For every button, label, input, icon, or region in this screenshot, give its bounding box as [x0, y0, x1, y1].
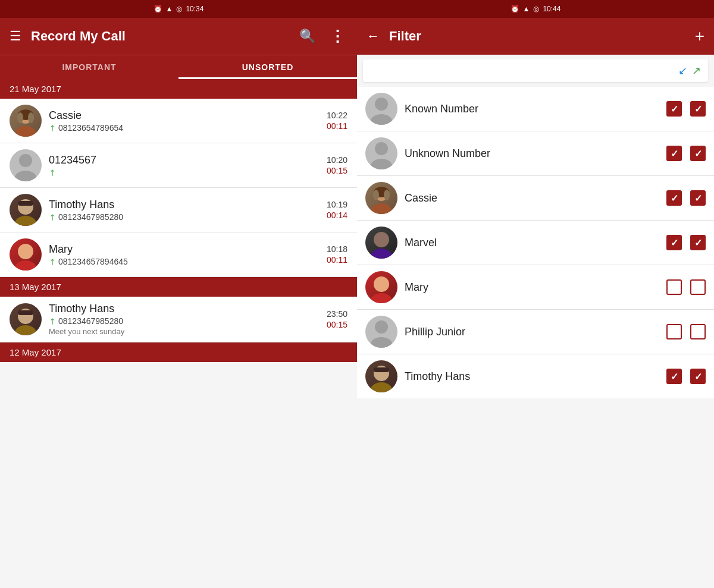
right-header: ← Filter +: [357, 18, 714, 55]
filter-name: Unknown Number: [405, 147, 659, 160]
date-header-12may: 12 May 2017: [0, 342, 357, 362]
filter-item-cassie[interactable]: Cassie: [357, 176, 714, 221]
tab-bar: IMPORTANT UNSORTED: [0, 55, 357, 79]
checkbox-incoming[interactable]: [666, 101, 682, 117]
call-item-timothy1[interactable]: Timothy Hans ↗ 08123467985280 10:19 00:1…: [0, 188, 357, 232]
call-number: 081234657894645: [58, 257, 128, 266]
svg-point-18: [371, 159, 392, 169]
call-number: 08123467985280: [58, 212, 123, 222]
checkbox-outgoing[interactable]: [690, 190, 706, 206]
right-time: 10:44: [543, 5, 560, 13]
checkbox-outgoing[interactable]: [690, 101, 706, 117]
back-icon[interactable]: ←: [367, 29, 380, 44]
checkbox-group: [666, 235, 706, 250]
checkbox-outgoing[interactable]: [690, 146, 706, 161]
call-item-cassie[interactable]: Cassie ↗ 08123654789654 10:22 00:11: [0, 99, 357, 143]
call-time: 10:20: [327, 155, 347, 165]
right-panel: ← Filter + ↙ ↗ Known Number: [357, 18, 714, 588]
svg-point-24: [374, 232, 389, 247]
sort-down-icon[interactable]: ↙: [678, 64, 687, 77]
checkbox-outgoing[interactable]: [690, 324, 706, 339]
svg-point-5: [19, 154, 32, 167]
svg-point-31: [371, 382, 392, 392]
svg-point-22: [373, 190, 379, 200]
checkbox-incoming[interactable]: [666, 146, 682, 161]
call-number-row: ↗ 081234657894645: [49, 257, 320, 266]
avatar-cassie: [10, 105, 42, 137]
filter-avatar-timothy: [365, 360, 397, 392]
call-item-mary1[interactable]: Mary ↗ 081234657894645 10:18 00:11: [0, 232, 357, 277]
checkbox-incoming[interactable]: [666, 190, 682, 206]
filter-item-unknown-number[interactable]: Unknown Number: [357, 131, 714, 176]
call-item-timothy2[interactable]: Timothy Hans ↗ 08123467985280 Meet you n…: [0, 297, 357, 342]
more-options-icon[interactable]: ⋮: [327, 25, 347, 48]
call-info-cassie: Cassie ↗ 08123654789654: [49, 109, 320, 133]
filter-item-mary[interactable]: Mary: [357, 265, 714, 310]
call-name: Cassie: [49, 109, 320, 122]
filter-name: Known Number: [405, 103, 659, 115]
sort-up-icon[interactable]: ↗: [692, 64, 701, 77]
call-time-col: 10:19 00:14: [327, 200, 347, 220]
filter-title: Filter: [389, 29, 685, 44]
checkbox-incoming[interactable]: [666, 324, 682, 339]
call-time: 10:18: [327, 244, 347, 254]
svg-point-23: [384, 190, 390, 200]
filter-item-marvel[interactable]: Marvel: [357, 221, 714, 265]
filter-item-known-number[interactable]: Known Number: [357, 87, 714, 131]
call-time: 10:19: [327, 200, 347, 209]
avatar-timothy2: [10, 303, 42, 335]
svg-point-29: [371, 337, 392, 348]
svg-rect-9: [18, 201, 33, 206]
svg-point-25: [371, 249, 392, 259]
svg-point-13: [15, 325, 36, 335]
call-time-col: 10:18 00:11: [327, 244, 347, 265]
outgoing-arrow-icon: ↗: [46, 256, 58, 268]
filter-item-phillip[interactable]: Phillip Junior: [357, 310, 714, 354]
add-filter-icon[interactable]: +: [695, 27, 704, 46]
call-list: 21 May 2017 Cassie ↗ 08123: [0, 79, 357, 588]
search-icon[interactable]: 🔍: [297, 26, 318, 46]
svg-point-27: [371, 293, 392, 303]
checkbox-outgoing[interactable]: [690, 235, 706, 250]
call-number: 08123467985280: [58, 316, 123, 326]
svg-point-6: [15, 171, 36, 181]
outgoing-arrow-icon: ↗: [46, 166, 58, 178]
hamburger-icon[interactable]: ☰: [10, 29, 21, 44]
tab-unsorted[interactable]: UNSORTED: [178, 55, 357, 79]
filter-name: Mary: [405, 281, 659, 294]
svg-point-4: [28, 112, 34, 123]
filter-name: Phillip Junior: [405, 326, 659, 338]
status-bars: ⏰ ▲ ◎ 10:34 ⏰ ▲ ◎ 10:44: [0, 0, 714, 18]
alarm-icon: ⏰: [154, 5, 162, 13]
date-header-13may: 13 May 2017: [0, 277, 357, 297]
checkbox-incoming[interactable]: [666, 369, 682, 384]
call-item-01234567[interactable]: 01234567 ↗ 10:20 00:15: [0, 143, 357, 188]
checkbox-group: [666, 146, 706, 161]
checkbox-incoming[interactable]: [666, 235, 682, 250]
filter-name: Timothy Hans: [405, 370, 659, 383]
checkbox-outgoing[interactable]: [690, 369, 706, 384]
filter-avatar-marvel: [365, 227, 397, 259]
battery-icon: ◎: [176, 5, 182, 13]
call-info-timothy2: Timothy Hans ↗ 08123467985280 Meet you n…: [49, 303, 320, 336]
call-number: 08123654789654: [58, 123, 123, 133]
filter-item-timothy[interactable]: Timothy Hans: [357, 354, 714, 398]
signal-icon-right: ▲: [523, 5, 530, 13]
alarm-icon-right: ⏰: [511, 5, 519, 13]
svg-point-10: [18, 244, 33, 259]
call-note: Meet you next sunday: [49, 327, 320, 336]
checkbox-incoming[interactable]: [666, 279, 682, 295]
call-duration: 00:15: [327, 320, 347, 329]
call-number-row: ↗ 08123467985280: [49, 212, 320, 222]
tab-important[interactable]: IMPORTANT: [0, 55, 178, 79]
left-header: ☰ Record My Call 🔍 ⋮: [0, 18, 357, 55]
call-duration: 00:11: [327, 121, 347, 131]
call-name: Mary: [49, 243, 320, 256]
call-name: 01234567: [49, 154, 320, 166]
filter-list: Known Number Unknown Number: [357, 87, 714, 588]
call-info-mary1: Mary ↗ 081234657894645: [49, 243, 320, 266]
svg-point-16: [371, 114, 392, 125]
avatar-unknown: [10, 149, 42, 181]
checkbox-outgoing[interactable]: [690, 279, 706, 295]
date-header-21may: 21 May 2017: [0, 79, 357, 99]
